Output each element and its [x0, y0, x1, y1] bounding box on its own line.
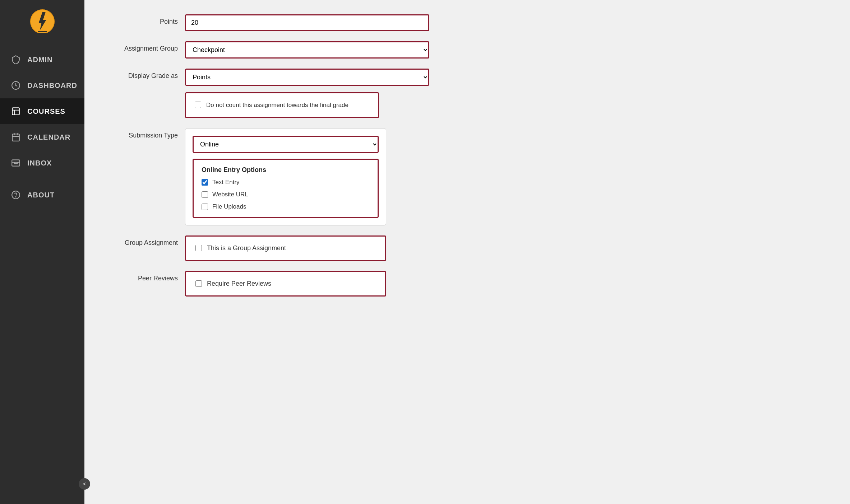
website-url-label[interactable]: Website URL	[212, 191, 248, 198]
sidebar-divider	[9, 179, 76, 179]
display-grade-control: Points Percentage Complete/Incomplete Le…	[185, 69, 429, 118]
sidebar-item-about-label: ABOUT	[27, 191, 55, 199]
text-entry-checkbox[interactable]	[202, 179, 208, 186]
sidebar-item-courses[interactable]: COURSES	[0, 98, 84, 124]
do-not-count-label[interactable]: Do not count this assignment towards the…	[206, 101, 348, 110]
display-grade-select-wrapper: Points Percentage Complete/Incomplete Le…	[185, 69, 429, 86]
peer-reviews-control: Require Peer Reviews	[185, 271, 429, 297]
text-entry-option: Text Entry	[202, 179, 370, 186]
sidebar-item-inbox-label: INBOX	[27, 159, 52, 167]
dashboard-icon	[11, 80, 21, 90]
assignment-group-control: Checkpoint Assignments Quizzes Discussio…	[185, 41, 429, 59]
submission-type-label: Submission Type	[106, 128, 178, 139]
sidebar-item-calendar-label: CALENDAR	[27, 133, 70, 141]
sidebar-item-inbox[interactable]: INBOX	[0, 150, 84, 176]
peer-reviews-label: Peer Reviews	[106, 271, 178, 282]
group-assignment-label: Group Assignment	[106, 235, 178, 247]
peer-reviews-checkbox[interactable]	[195, 280, 202, 287]
website-url-checkbox[interactable]	[202, 191, 208, 198]
display-grade-label: Display Grade as	[106, 69, 178, 80]
peer-reviews-box: Require Peer Reviews	[185, 271, 386, 297]
points-input-wrapper	[185, 14, 429, 31]
group-assignment-box: This is a Group Assignment	[185, 235, 386, 261]
group-assignment-checkbox-label[interactable]: This is a Group Assignment	[207, 244, 286, 252]
file-uploads-label[interactable]: File Uploads	[212, 203, 246, 210]
sidebar-item-dashboard-label: DASHBOARD	[27, 81, 77, 90]
shield-icon	[11, 55, 21, 65]
points-label: Points	[106, 14, 178, 25]
file-uploads-checkbox[interactable]	[202, 204, 208, 210]
svg-rect-3	[37, 33, 48, 34]
svg-rect-7	[12, 160, 20, 166]
sidebar-collapse-button[interactable]: <	[79, 478, 90, 490]
sidebar-nav: ADMIN DASHBOARD COURSES	[0, 47, 84, 208]
assignment-group-select-wrapper: Checkpoint Assignments Quizzes Discussio…	[185, 41, 429, 59]
app-logo	[28, 7, 57, 36]
assignment-form: Points Assignment Group Checkpoint Assig…	[106, 14, 429, 297]
svg-rect-2	[38, 31, 47, 32]
submission-type-control: Online No Submission On Paper External T…	[185, 128, 429, 225]
do-not-count-box: Do not count this assignment towards the…	[185, 92, 379, 118]
online-entry-title: Online Entry Options	[202, 166, 370, 174]
question-icon	[11, 190, 21, 200]
assignment-group-row: Assignment Group Checkpoint Assignments …	[106, 41, 429, 59]
calendar-icon	[11, 132, 21, 142]
group-assignment-checkbox[interactable]	[195, 245, 202, 251]
submission-type-row: Submission Type Online No Submission On …	[106, 128, 429, 225]
points-input[interactable]	[186, 15, 428, 30]
points-control	[185, 14, 429, 31]
svg-rect-5	[12, 108, 19, 115]
svg-point-9	[15, 197, 16, 197]
submission-type-select[interactable]: Online No Submission On Paper External T…	[194, 137, 378, 152]
online-entry-box: Online Entry Options Text Entry Website …	[193, 159, 379, 218]
do-not-count-checkbox[interactable]	[195, 102, 201, 108]
submission-select-wrapper: Online No Submission On Paper External T…	[193, 136, 379, 153]
sidebar-item-admin[interactable]: ADMIN	[0, 47, 84, 73]
peer-reviews-checkbox-label[interactable]: Require Peer Reviews	[207, 280, 271, 288]
assignment-group-label: Assignment Group	[106, 41, 178, 52]
book-icon	[11, 106, 21, 116]
file-uploads-option: File Uploads	[202, 203, 370, 210]
sidebar-item-admin-label: ADMIN	[27, 56, 53, 64]
sidebar-item-about[interactable]: ABOUT	[0, 182, 84, 208]
submission-outer-box: Online No Submission On Paper External T…	[185, 128, 386, 225]
svg-rect-6	[12, 134, 19, 141]
peer-reviews-row: Peer Reviews Require Peer Reviews	[106, 271, 429, 297]
display-grade-select[interactable]: Points Percentage Complete/Incomplete Le…	[186, 70, 428, 85]
display-grade-row: Display Grade as Points Percentage Compl…	[106, 69, 429, 118]
main-content: Points Assignment Group Checkpoint Assig…	[84, 0, 850, 504]
sidebar-item-calendar[interactable]: CALENDAR	[0, 124, 84, 150]
points-row: Points	[106, 14, 429, 31]
website-url-option: Website URL	[202, 191, 370, 198]
inbox-icon	[11, 158, 21, 168]
sidebar-item-courses-label: COURSES	[27, 107, 65, 116]
text-entry-label[interactable]: Text Entry	[212, 179, 240, 186]
group-assignment-row: Group Assignment This is a Group Assignm…	[106, 235, 429, 261]
assignment-group-select[interactable]: Checkpoint Assignments Quizzes Discussio…	[186, 42, 428, 57]
group-assignment-control: This is a Group Assignment	[185, 235, 429, 261]
sidebar: ADMIN DASHBOARD COURSES	[0, 0, 84, 504]
sidebar-item-dashboard[interactable]: DASHBOARD	[0, 73, 84, 98]
